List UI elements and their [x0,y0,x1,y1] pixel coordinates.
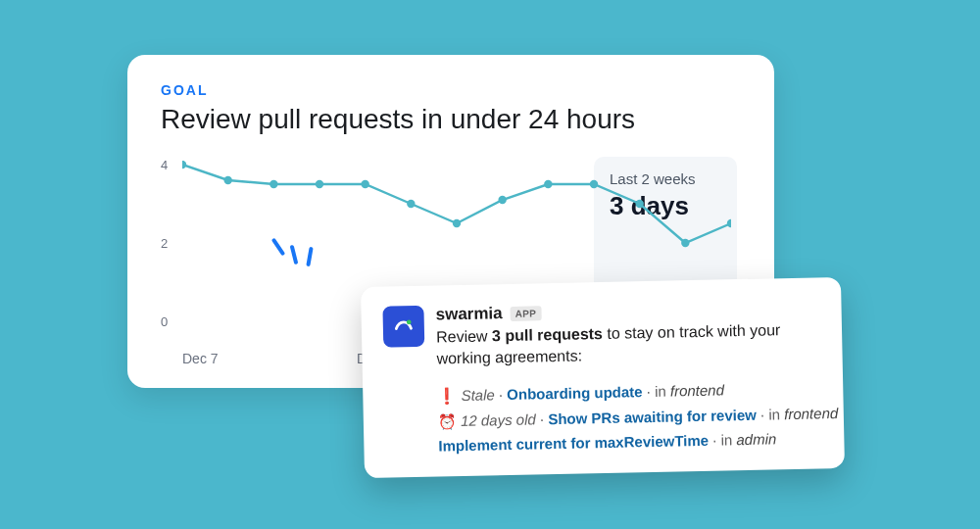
slack-message: Review 3 pull requests to stay on track … [436,318,821,370]
slack-notification-card: swarmia APP Review 3 pull requests to st… [361,277,845,478]
svg-point-3 [316,180,323,188]
svg-point-8 [544,180,552,188]
ytick-0: 0 [161,314,168,329]
swarmia-logo-icon [382,306,424,348]
svg-point-0 [182,161,186,168]
alarm-clock-icon: ⏰ [438,412,457,429]
goal-title: Review pull requests in under 24 hours [161,104,741,135]
pr-link[interactable]: Onboarding update [507,383,643,403]
svg-point-10 [635,200,643,208]
svg-point-1 [223,176,231,184]
svg-point-6 [453,219,461,227]
exclamation-icon: ❗ [437,387,457,404]
svg-point-7 [498,196,506,204]
xtick-dec7: Dec 7 [182,351,219,366]
svg-point-12 [727,219,731,227]
svg-point-11 [681,239,689,247]
slack-app-badge: APP [510,306,541,321]
ytick-2: 2 [161,236,168,251]
pr-link[interactable]: Implement current for maxReviewTime [438,432,709,455]
slack-app-name: swarmia [435,304,502,324]
slack-items-list: ❗ Stale · Onboarding update · in fronten… [384,374,823,460]
svg-point-5 [407,200,415,208]
pr-link[interactable]: Show PRs awaiting for review [548,407,757,427]
svg-point-9 [590,180,598,188]
svg-point-4 [361,180,368,188]
svg-point-2 [270,180,277,188]
ytick-4: 4 [161,158,168,172]
goal-eyebrow: GOAL [161,82,741,98]
